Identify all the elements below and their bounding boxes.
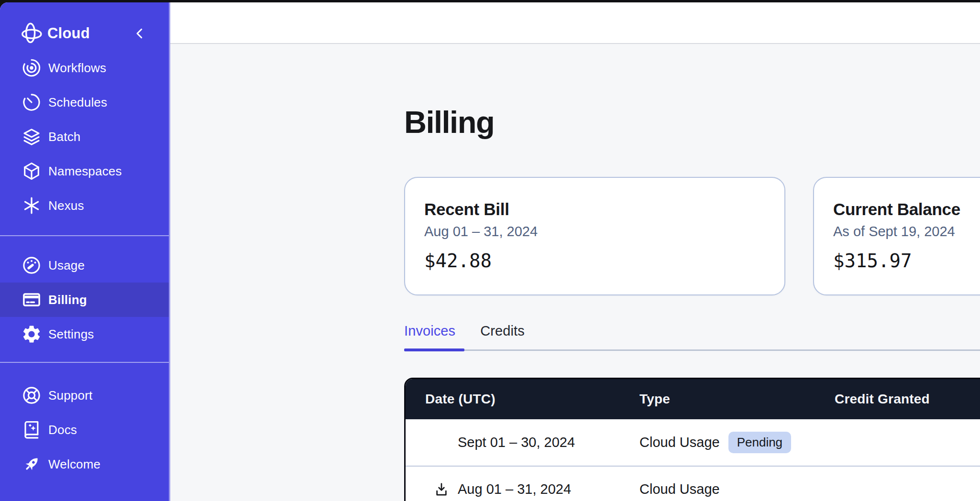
billing-content: Billing Recent Bill Aug 01 – 31, 2024 $4… (170, 44, 980, 501)
screen: Cloud (0, 0, 980, 501)
sidebar-divider (0, 235, 169, 236)
sidebar-nav-help: Support Docs (0, 378, 169, 481)
table-row: Aug 01 – 31, 2024 Cloud Usage (406, 466, 980, 501)
status-badge: Pending (728, 432, 791, 453)
sidebar-item-label: Welcome (48, 457, 100, 472)
settings-icon (21, 324, 42, 345)
usage-icon (21, 255, 42, 276)
sidebar-item-docs[interactable]: Docs (0, 413, 169, 447)
tabs-baseline (404, 349, 980, 351)
invoice-type-cell: Cloud Usage (639, 481, 835, 497)
table-row: Sept 01 – 30, 2024 Cloud Usage Pending (406, 419, 980, 466)
column-header-credit-granted: Credit Granted (835, 392, 980, 407)
card-subtitle: Aug 01 – 31, 2024 (424, 224, 765, 240)
column-header-type: Type (639, 392, 835, 407)
card-title: Current Balance (833, 200, 980, 219)
main-area: Billing Recent Bill Aug 01 – 31, 2024 $4… (170, 2, 980, 501)
top-bar (170, 2, 980, 44)
sidebar-item-label: Batch (48, 130, 81, 144)
invoice-type-cell: Cloud Usage Pending (639, 432, 835, 453)
support-icon (21, 385, 42, 406)
workflows-icon (21, 57, 42, 78)
sidebar: Cloud (0, 2, 170, 501)
sidebar-item-batch[interactable]: Batch (0, 120, 169, 154)
namespaces-icon (21, 161, 42, 182)
sidebar-item-welcome[interactable]: Welcome (0, 447, 169, 481)
schedules-icon (21, 92, 42, 113)
nexus-icon (21, 195, 42, 216)
sidebar-item-label: Support (48, 388, 92, 403)
sidebar-item-label: Workflows (48, 61, 106, 76)
billing-tabs: Invoices Credits (404, 323, 525, 339)
docs-icon (21, 419, 42, 440)
invoice-type: Cloud Usage (639, 481, 720, 497)
sidebar-divider (0, 362, 169, 363)
temporal-logo-icon (18, 21, 44, 46)
card-subtitle: As of Sept 19, 2024 (833, 224, 980, 240)
sidebar-item-settings[interactable]: Settings (0, 317, 169, 351)
download-invoice-icon[interactable] (433, 481, 450, 498)
sidebar-item-label: Schedules (48, 95, 107, 110)
sidebar-item-label: Settings (48, 327, 94, 342)
app-window: Cloud (0, 2, 980, 501)
summary-cards-row: Recent Bill Aug 01 – 31, 2024 $42.88 Cur… (404, 177, 980, 295)
card-title: Recent Bill (424, 200, 765, 219)
invoice-type: Cloud Usage (639, 435, 720, 450)
recent-bill-card: Recent Bill Aug 01 – 31, 2024 $42.88 (404, 177, 785, 295)
sidebar-nav-primary: Workflows Schedules (0, 51, 169, 223)
table-header-row: Date (UTC) Type Credit Granted (406, 379, 980, 419)
card-amount: $315.97 (833, 250, 980, 272)
billing-icon (21, 289, 42, 310)
current-balance-card: Current Balance As of Sept 19, 2024 $315… (813, 177, 980, 295)
sidebar-item-label: Nexus (48, 198, 84, 213)
sidebar-item-namespaces[interactable]: Namespaces (0, 154, 169, 188)
download-slot-empty (433, 434, 450, 451)
chevron-left-icon (132, 24, 147, 43)
welcome-icon (21, 454, 42, 475)
column-header-date: Date (UTC) (406, 392, 639, 407)
invoices-table: Date (UTC) Type Credit Granted Sept 01 –… (404, 378, 980, 501)
sidebar-item-nexus[interactable]: Nexus (0, 188, 169, 223)
sidebar-item-label: Billing (48, 293, 87, 307)
sidebar-item-support[interactable]: Support (0, 378, 169, 413)
sidebar-item-workflows[interactable]: Workflows (0, 51, 169, 85)
tab-credits[interactable]: Credits (480, 323, 525, 339)
batch-icon (21, 126, 42, 147)
invoice-date-cell: Sept 01 – 30, 2024 (406, 434, 639, 451)
sidebar-nav-account: Usage Billing (0, 248, 169, 351)
card-amount: $42.88 (424, 250, 765, 272)
tab-invoices[interactable]: Invoices (404, 323, 455, 339)
page-title: Billing (404, 104, 494, 140)
invoice-date: Aug 01 – 31, 2024 (458, 481, 571, 497)
sidebar-brand: Cloud (0, 16, 169, 51)
sidebar-item-label: Namespaces (48, 164, 122, 179)
sidebar-item-label: Docs (48, 423, 77, 437)
brand-label: Cloud (47, 25, 90, 42)
invoice-date-cell: Aug 01 – 31, 2024 (406, 481, 639, 498)
sidebar-item-schedules[interactable]: Schedules (0, 85, 169, 120)
invoice-date: Sept 01 – 30, 2024 (458, 435, 575, 450)
sidebar-collapse-button[interactable] (132, 24, 148, 43)
active-tab-underline (404, 349, 464, 351)
sidebar-item-label: Usage (48, 258, 85, 273)
sidebar-item-usage[interactable]: Usage (0, 248, 169, 283)
sidebar-item-billing[interactable]: Billing (0, 283, 169, 317)
